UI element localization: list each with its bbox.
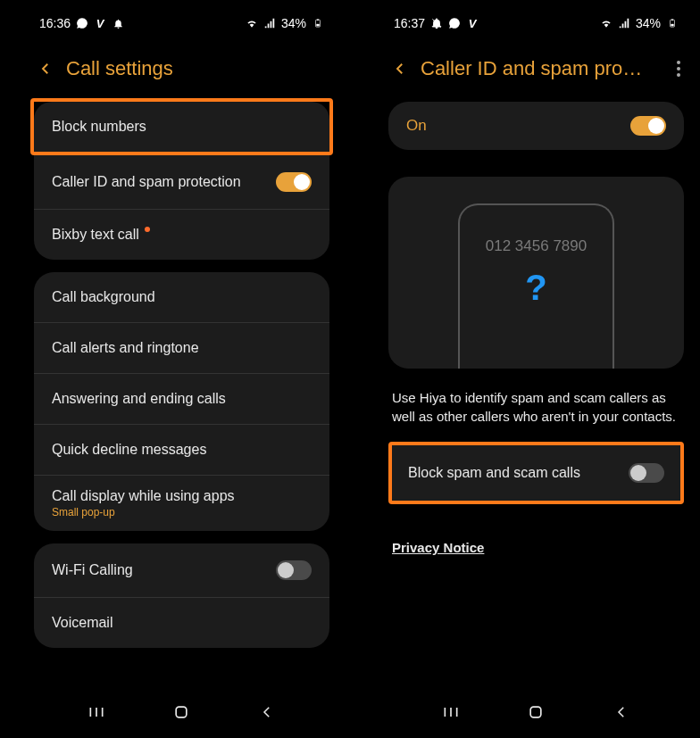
- call-display-item[interactable]: Call display while using apps Small pop-…: [34, 476, 329, 531]
- signal-icon: [263, 17, 276, 29]
- caller-id-screen: 16:37 V 34% Caller ID and spam: [372, 0, 700, 738]
- app-icon: V: [94, 17, 106, 29]
- wifi-icon: [600, 17, 612, 29]
- back-nav-icon[interactable]: [257, 702, 277, 722]
- highlighted-block-spam: Block spam and scam calls: [388, 442, 684, 504]
- block-numbers-item[interactable]: Block numbers: [34, 102, 329, 152]
- svg-point-11: [677, 67, 680, 70]
- item-label: Bixby text call: [52, 227, 139, 243]
- svg-rect-9: [671, 24, 673, 26]
- item-label: Call alerts and ringtone: [52, 340, 199, 356]
- bixby-text-call-item[interactable]: Bixby text call: [34, 210, 329, 260]
- recents-icon[interactable]: [441, 702, 461, 722]
- settings-card-1: Block numbers: [34, 102, 329, 152]
- recents-icon[interactable]: [87, 702, 106, 722]
- back-icon[interactable]: [392, 61, 408, 77]
- svg-point-12: [677, 73, 680, 77]
- item-label: Answering and ending calls: [52, 391, 226, 407]
- dnd-icon: [430, 17, 443, 29]
- app-icon: V: [466, 17, 479, 29]
- caller-id-item[interactable]: Caller ID and spam protection: [34, 155, 329, 210]
- item-label: Call display while using apps: [52, 488, 235, 504]
- navigation-bar: [18, 702, 346, 722]
- caller-id-toggle[interactable]: [276, 172, 312, 192]
- page-title: Call settings: [66, 57, 326, 80]
- master-toggle[interactable]: [630, 116, 666, 136]
- svg-point-10: [677, 61, 680, 64]
- new-indicator-dot-icon: [145, 227, 150, 232]
- whatsapp-icon: [76, 17, 88, 29]
- highlighted-block-numbers: Block numbers: [30, 98, 333, 155]
- more-menu-icon[interactable]: [677, 61, 680, 77]
- quick-decline-item[interactable]: Quick decline messages: [34, 425, 329, 476]
- wifi-calling-toggle[interactable]: [276, 560, 312, 580]
- notification-bell-icon: [112, 17, 124, 29]
- settings-card-2: Call background Call alerts and ringtone…: [34, 272, 329, 531]
- status-right: 34%: [600, 16, 679, 30]
- mock-phone-number: 012 3456 7890: [486, 237, 587, 255]
- back-icon[interactable]: [38, 61, 54, 77]
- item-label: Voicemail: [52, 615, 112, 631]
- signal-icon: [618, 17, 630, 29]
- question-mark-icon: ?: [525, 268, 546, 308]
- settings-card-3: Wi-Fi Calling Voicemail: [34, 543, 329, 648]
- svg-rect-6: [177, 707, 188, 717]
- status-battery-percent: 34%: [636, 16, 661, 30]
- svg-rect-16: [531, 707, 542, 717]
- battery-icon: [312, 17, 324, 29]
- item-label: Quick decline messages: [52, 442, 206, 458]
- wifi-calling-item[interactable]: Wi-Fi Calling: [34, 543, 329, 598]
- preview-card: 012 3456 7890 ?: [388, 177, 684, 369]
- feature-description: Use Hiya to identify spam and scam calle…: [388, 388, 684, 426]
- item-subtitle: Small pop-up: [52, 506, 115, 518]
- navigation-bar: [372, 702, 700, 722]
- wifi-icon: [246, 17, 258, 29]
- status-bar: 16:36 V 34%: [34, 0, 329, 41]
- status-time: 16:37: [394, 16, 425, 30]
- status-battery-percent: 34%: [281, 16, 306, 30]
- item-label: Caller ID and spam protection: [52, 174, 241, 190]
- block-spam-item[interactable]: Block spam and scam calls: [392, 445, 680, 501]
- page-title: Caller ID and spam pro…: [421, 57, 664, 80]
- svg-rect-1: [317, 19, 320, 20]
- home-icon[interactable]: [171, 702, 191, 722]
- master-toggle-label: On: [406, 117, 427, 135]
- status-left: 16:36 V: [39, 16, 124, 30]
- item-label: Wi-Fi Calling: [52, 562, 133, 578]
- svg-rect-8: [671, 19, 674, 20]
- master-toggle-row[interactable]: On: [388, 102, 684, 150]
- battery-icon: [666, 17, 679, 29]
- settings-card-1b: Caller ID and spam protection Bixby text…: [34, 155, 329, 260]
- item-label: Block spam and scam calls: [408, 465, 580, 481]
- home-icon[interactable]: [526, 702, 546, 722]
- status-time: 16:36: [39, 16, 71, 30]
- header: Caller ID and spam pro…: [388, 41, 684, 102]
- status-bar: 16:37 V 34%: [388, 0, 684, 41]
- call-alerts-item[interactable]: Call alerts and ringtone: [34, 323, 329, 374]
- call-background-item[interactable]: Call background: [34, 272, 329, 323]
- item-label: Call background: [52, 289, 155, 305]
- answering-ending-item[interactable]: Answering and ending calls: [34, 374, 329, 425]
- status-left: 16:37 V: [394, 16, 479, 30]
- item-label: Block numbers: [52, 119, 146, 135]
- voicemail-item[interactable]: Voicemail: [34, 598, 329, 648]
- status-right: 34%: [246, 16, 324, 30]
- privacy-notice-link[interactable]: Privacy Notice: [388, 540, 684, 555]
- block-spam-toggle[interactable]: [629, 463, 664, 483]
- svg-rect-2: [316, 24, 319, 26]
- header: Call settings: [34, 41, 329, 102]
- phone-mockup: 012 3456 7890 ?: [458, 203, 614, 369]
- whatsapp-icon: [448, 17, 461, 29]
- back-nav-icon[interactable]: [612, 702, 631, 722]
- call-settings-screen: 16:36 V 34% Call settings: [18, 0, 346, 738]
